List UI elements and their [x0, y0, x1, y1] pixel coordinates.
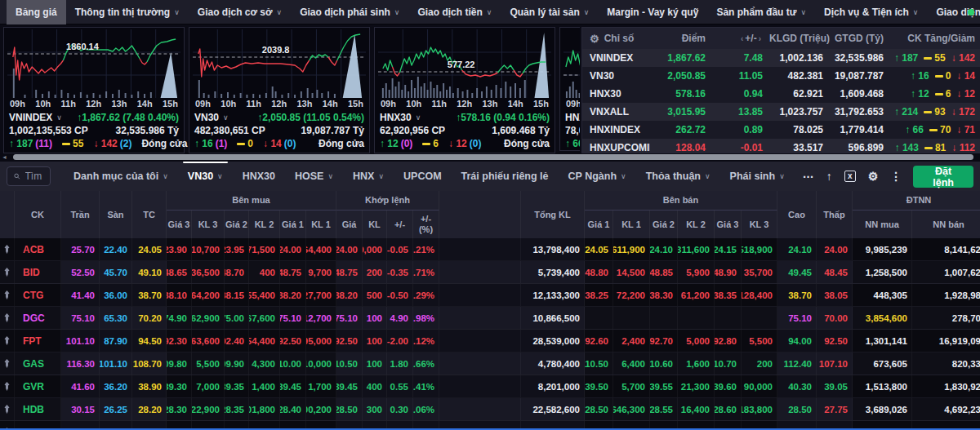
cell-BID-8[interactable]: 9,700 — [306, 261, 336, 283]
table-row-FPT[interactable]: FPT101.1087.9094.5092.30463,60092.40854,… — [0, 330, 980, 352]
cell-HDB-6[interactable]: 101,800 — [249, 398, 280, 420]
cell-HDB-22[interactable]: 3,689,026 — [853, 398, 912, 420]
cell-DGC-22[interactable]: 3,854,600 — [853, 307, 912, 329]
cell-CTG-15[interactable]: 72,200 — [613, 284, 650, 306]
cell-BID-5[interactable]: 48.70 — [225, 261, 249, 283]
cell-HDB-2[interactable]: 28.20 — [132, 398, 167, 420]
pin-icon[interactable] — [0, 307, 15, 329]
cell-HDB-19[interactable]: 183,800 — [742, 398, 777, 420]
cell-ACB-13[interactable]: 13,798,400 — [521, 238, 585, 260]
tab-danh-m-c-c-a-t-i[interactable]: Danh mục của tôi∨ — [64, 162, 178, 191]
cell-FPT-10[interactable]: 100 — [363, 330, 387, 352]
cell-GAS-23[interactable]: 820,33 — [912, 352, 980, 375]
table-row-HDB[interactable]: HDB30.1526.2528.2028.30122,90028.35101,8… — [0, 398, 980, 421]
pin-icon[interactable] — [0, 284, 15, 306]
cell-CTG-13[interactable]: 12,133,300 — [521, 284, 585, 306]
cell-GAS-2[interactable]: 108.70 — [132, 352, 167, 375]
cell-GVR-8[interactable]: 1,700 — [306, 375, 336, 397]
cell-ACB-10[interactable]: 29,000 — [363, 238, 387, 260]
cell-CTG-23[interactable]: 1,928,98 — [912, 284, 980, 306]
index-chart-panel-0[interactable]: 1860.1409h10h11h12h13h14h15hVNINDEX∨↑1,8… — [3, 27, 185, 153]
cell-CTG-5[interactable]: 38.15 — [225, 284, 249, 306]
tab-ph-i-sinh[interactable]: Phái sinh∨ — [720, 162, 795, 191]
cell-BID-10[interactable]: 200 — [363, 261, 387, 283]
cell-HDB-13[interactable]: 22,582,600 — [521, 398, 585, 420]
upload-icon[interactable]: ↑ — [826, 170, 832, 183]
cell-ACB-18[interactable]: 24.15 — [715, 238, 742, 260]
cell-GVR-18[interactable]: 39.60 — [715, 375, 742, 397]
cell-CTG-11[interactable]: -0.50 — [387, 284, 413, 306]
cell-BID-1[interactable]: 45.70 — [100, 261, 132, 283]
cell-HDB-11[interactable]: 0.30 — [387, 398, 413, 420]
tab-cp-ng-nh[interactable]: CP Ngành∨ — [559, 162, 636, 191]
table-row-ACB[interactable]: ACB25.7022.4024.0523.90810,70023.95671,5… — [0, 238, 980, 261]
horizontal-scrollbar[interactable]: ◄ — [0, 153, 980, 162]
index-row-HNX30[interactable]: HNX30578.160.9462.9211,609.468↑ 126↓ 12 — [582, 85, 980, 103]
cell-ACB-5[interactable]: 23.95 — [225, 238, 249, 260]
pin-icon[interactable] — [0, 375, 15, 397]
excel-export-icon[interactable]: x — [844, 171, 856, 182]
cell-GVR-3[interactable]: 39.30 — [167, 375, 192, 397]
ticker-FPT[interactable]: FPT — [15, 330, 61, 352]
cell-GVR-17[interactable]: 21,300 — [678, 375, 715, 397]
cell-GAS-21[interactable]: 107.10 — [817, 352, 853, 375]
cell-GVR-2[interactable]: 38.90 — [132, 375, 167, 397]
cell-ACB-3[interactable]: 23.90 — [167, 238, 192, 260]
cell-GAS-9[interactable]: 110.50 — [336, 352, 363, 375]
cell-DGC-2[interactable]: 70.20 — [132, 307, 167, 329]
cell-ACB-20[interactable]: 24.10 — [777, 238, 817, 260]
cell-HDB-17[interactable]: 16,400 — [678, 398, 715, 420]
cell-GAS-10[interactable]: 100 — [363, 352, 387, 375]
cell-FPT-13[interactable]: 28,539,000 — [521, 330, 585, 352]
cell-DGC-0[interactable]: 75.10 — [61, 307, 100, 329]
cell-GAS-11[interactable]: 1.80 — [387, 352, 413, 375]
cell-ACB-16[interactable]: 24.10 — [650, 238, 678, 260]
cell-GVR-6[interactable]: 1,400 — [249, 375, 280, 397]
cell-FPT-4[interactable]: 463,600 — [192, 330, 225, 352]
cell-DGC-23[interactable]: 278,70 — [912, 307, 980, 329]
cell-ACB-14[interactable]: 24.05 — [585, 238, 613, 260]
cell-GVR-0[interactable]: 41.60 — [61, 375, 100, 397]
index-name[interactable]: HNXI∨ — [565, 112, 580, 123]
cell-GAS-14[interactable]: 110.50 — [585, 352, 613, 375]
cell-DGC-13[interactable]: 10,866,500 — [521, 307, 585, 329]
cell-FPT-6[interactable]: 854,400 — [249, 330, 280, 352]
cell-BID-4[interactable]: 36,500 — [192, 261, 225, 283]
cell-FPT-21[interactable]: 92.50 — [817, 330, 853, 352]
cell-GAS-13[interactable]: 4,780,400 — [521, 352, 585, 375]
cell-HDB-4[interactable]: 122,900 — [192, 398, 225, 420]
cell-CTG-9[interactable]: 38.20 — [336, 284, 363, 306]
cell-FPT-16[interactable]: 92.70 — [650, 330, 678, 352]
cell-DGC-14[interactable] — [585, 307, 613, 329]
nav-item-6[interactable]: Margin - Vay ký quỹ — [598, 0, 707, 24]
cell-CTG-22[interactable]: 448,305 — [853, 284, 912, 306]
table-row-GVR[interactable]: GVR41.6036.2038.9039.307,00039.351,40039… — [0, 375, 980, 398]
table-row-CTG[interactable]: CTG41.4036.0038.7038.10464,20038.15255,4… — [0, 284, 980, 307]
cell-BID-18[interactable]: 48.90 — [715, 261, 742, 283]
index-chart-panel-3[interactable]: 09h10h11h12h13h14h15hHNXI∨78,02↑ 66 — [559, 27, 580, 151]
nav-item-2[interactable]: Giao dịch cơ sở∨ — [189, 0, 291, 24]
cell-FPT-0[interactable]: 101.10 — [61, 330, 100, 352]
index-row-VN30[interactable]: VN302,050.8511.05482.38119,087.787↑ 160↓… — [582, 67, 980, 85]
cell-ACB-7[interactable]: 24.00 — [280, 238, 306, 260]
cell-HDB-20[interactable]: 28.50 — [777, 398, 817, 420]
cell-GVR-16[interactable]: 39.55 — [650, 375, 678, 397]
cell-HDB-18[interactable]: 28.60 — [715, 398, 742, 420]
cell-GAS-16[interactable]: 110.60 — [650, 352, 678, 375]
cell-ACB-4[interactable]: 810,700 — [192, 238, 225, 260]
cell-FPT-22[interactable]: 1,301,141 — [853, 330, 912, 352]
tab-tr-i-phi-u-ri-ng-l-[interactable]: Trái phiếu riêng lẻ — [452, 162, 559, 191]
cell-BID-20[interactable]: 49.45 — [777, 261, 817, 283]
cell-BID-9[interactable]: 48.75 — [336, 261, 363, 283]
index-chart-panel-1[interactable]: 2039.809h10h11h12h13h14h15hVN30∨↑2,050.8… — [189, 27, 370, 153]
cell-HDB-3[interactable]: 28.30 — [167, 398, 192, 420]
cell-GVR-4[interactable]: 7,000 — [192, 375, 225, 397]
cell-CTG-6[interactable]: 255,400 — [249, 284, 280, 306]
cell-GVR-11[interactable]: 0.55 — [387, 375, 413, 397]
cell-ACB-21[interactable]: 24.00 — [817, 238, 853, 260]
cell-GAS-1[interactable]: 101.10 — [100, 352, 132, 375]
cell-GAS-8[interactable]: 10,000 — [306, 352, 336, 375]
cell-GAS-6[interactable]: 4,300 — [249, 352, 280, 375]
nav-item-5[interactable]: Quản lý tài sản∨ — [501, 0, 598, 24]
scrollbar-thumb[interactable] — [13, 154, 973, 160]
